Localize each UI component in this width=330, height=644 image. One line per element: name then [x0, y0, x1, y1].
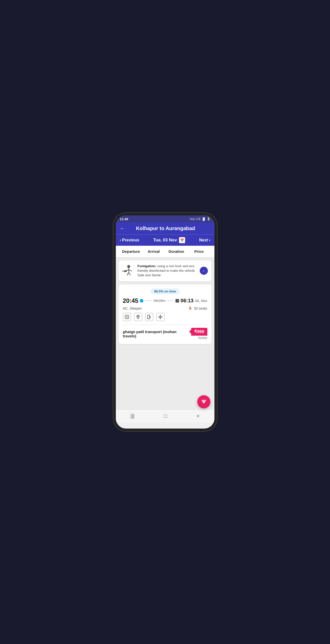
fumigation-chevron-button[interactable]: › [200, 267, 208, 275]
seat-icon: 🪑 [188, 306, 192, 310]
lte-icon: LTE [196, 217, 201, 220]
price-block: ₹998 ₹1050 [191, 328, 207, 340]
battery-icon: 🔋 [207, 217, 210, 221]
departure-dot [140, 299, 143, 303]
network-icon: Vo)) [190, 217, 195, 220]
price-header: Price [188, 249, 210, 254]
svg-rect-20 [203, 403, 205, 403]
svg-line-4 [127, 273, 129, 276]
discounted-price: ₹998 [191, 328, 207, 336]
filter-fab-button[interactable] [197, 395, 210, 408]
date-nav: ‹ Previous Tue, 03 Nov 📅 Next › [116, 234, 214, 246]
bus-type: AC, Sleeper [123, 306, 142, 310]
main-content: Fumigation: using a non toxic and eco fr… [116, 257, 214, 409]
medical-icon [123, 313, 131, 321]
back-nav-button[interactable]: < [196, 413, 200, 419]
on-time-row: 88.0% on time [123, 288, 207, 297]
seats-info: 🪑 30 seats [188, 306, 207, 310]
status-bar: 11:49 Vo)) LTE ▐▌ 🔋 [116, 215, 214, 222]
charging-icon [156, 313, 164, 321]
bus-result-card[interactable]: 88.0% on time 20:45 09h28m 06:13 04, Nov… [119, 284, 211, 344]
amenities-row: AC, Sleeper 🪑 30 seats [123, 306, 207, 310]
svg-point-9 [122, 270, 123, 270]
arrival-time: 06:13 [181, 298, 193, 304]
location-icon [134, 313, 142, 321]
current-date: Tue, 03 Nov [153, 238, 177, 243]
arrival-header: Arrival [142, 249, 165, 254]
svg-rect-6 [124, 270, 126, 272]
column-headers: Departure Arrival Duration Price [116, 246, 214, 257]
arrival-square [175, 299, 179, 303]
on-time-badge: 88.0% on time [150, 288, 180, 294]
signal-icon: ▐▌ [202, 217, 206, 220]
next-button[interactable]: Next › [199, 238, 210, 242]
date-display: Tue, 03 Nov 📅 [153, 237, 185, 243]
chevron-right-icon: › [209, 238, 210, 242]
operator-price-row: ghatge patil transport (mohan travels) ₹… [123, 328, 207, 340]
fumigation-banner: Fumigation: using a non toxic and eco fr… [119, 260, 211, 281]
home-button[interactable]: □ [164, 413, 167, 419]
card-divider [123, 325, 207, 325]
arrival-date: 04, Nov [195, 299, 207, 303]
fumigation-bold: Fumigation: [138, 264, 156, 268]
recent-apps-button[interactable]: ||| [130, 413, 135, 419]
svg-rect-18 [201, 400, 206, 401]
seats-count: 30 seats [194, 306, 207, 310]
status-time: 11:49 [120, 217, 128, 221]
fumigation-icon [122, 264, 135, 277]
fumigation-text: Fumigation: using a non toxic and eco fr… [138, 264, 197, 278]
duration-value: 09h28m [153, 299, 165, 303]
amenity-icons-row [123, 313, 207, 321]
svg-marker-19 [202, 401, 206, 403]
previous-label: Previous [122, 238, 139, 242]
journey-line-right [167, 301, 174, 301]
previous-button[interactable]: ‹ Previous [120, 238, 139, 242]
top-nav: ← Kolhapur to Aurangabad [116, 222, 214, 234]
page-title: Kolhapur to Aurangabad [128, 226, 203, 231]
journey-line-left [145, 301, 152, 301]
journey-row: 20:45 09h28m 06:13 04, Nov [123, 297, 207, 304]
operator-name: ghatge patil transport (mohan travels) [123, 330, 191, 338]
chevron-left-icon: ‹ [120, 238, 121, 242]
duration-header: Duration [165, 249, 188, 254]
boarding-icon [145, 313, 153, 321]
svg-point-0 [127, 265, 130, 268]
svg-line-3 [129, 270, 132, 271]
departure-header: Departure [120, 249, 143, 254]
calendar-icon[interactable]: 📅 [179, 237, 185, 243]
svg-line-5 [129, 273, 130, 276]
next-label: Next [199, 238, 208, 242]
fumigation-svg [122, 264, 135, 277]
bottom-nav: ||| □ < [116, 409, 214, 423]
departure-time: 20:45 [123, 297, 138, 304]
svg-point-15 [138, 316, 139, 317]
original-price: ₹1050 [191, 336, 207, 340]
back-button[interactable]: ← [120, 226, 125, 231]
status-icons: Vo)) LTE ▐▌ 🔋 [190, 217, 210, 221]
